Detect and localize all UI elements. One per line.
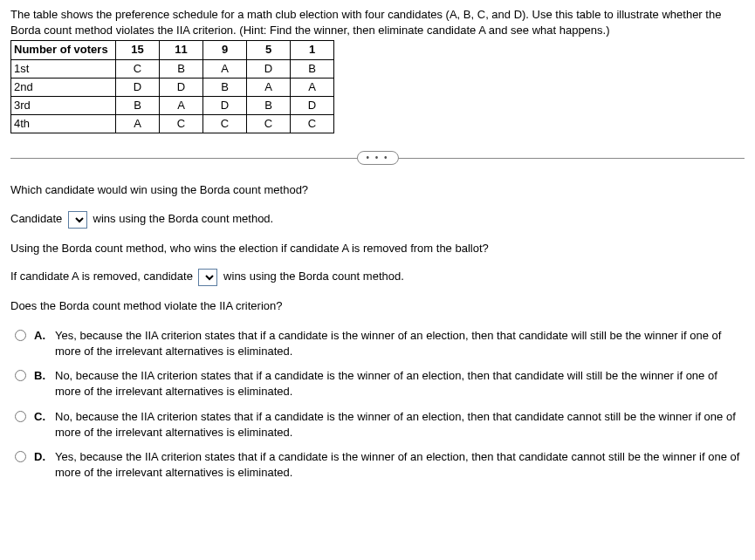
fill-in-1: Candidate wins using the Borda count met… — [10, 211, 745, 229]
question-3: Does the Borda count method violate the … — [10, 298, 745, 314]
fill2-pre: If candidate A is removed, candidate — [10, 270, 193, 283]
candidate-select-1[interactable] — [68, 211, 87, 229]
option-letter: D. — [34, 449, 50, 465]
option-text: No, because the IIA criterion states tha… — [55, 409, 745, 440]
option-letter: A. — [34, 328, 50, 344]
voter-count: 5 — [247, 41, 291, 59]
pref-cell: D — [291, 96, 334, 114]
pref-cell: A — [160, 96, 203, 114]
option-c: C. No, because the IIA criterion states … — [10, 409, 745, 440]
rank-label: 1st — [11, 59, 116, 78]
fill1-post: wins using the Borda count method. — [93, 212, 274, 225]
pref-cell: C — [203, 115, 247, 133]
radio-a[interactable] — [15, 330, 26, 341]
pref-cell: B — [247, 96, 291, 114]
pref-cell: B — [291, 59, 334, 78]
pref-cell: C — [160, 115, 203, 133]
pref-cell: A — [247, 78, 291, 96]
option-text: No, because the IIA criterion states tha… — [55, 368, 745, 400]
pref-cell: C — [291, 115, 334, 133]
rank-label: 4th — [11, 115, 116, 133]
option-text: Yes, because the IIA criterion states th… — [55, 449, 745, 481]
question-intro: The table shows the preference schedule … — [10, 7, 745, 38]
option-d: D. Yes, because the IIA criterion states… — [10, 449, 745, 481]
option-text: Yes, because the IIA criterion states th… — [55, 328, 745, 359]
radio-b[interactable] — [15, 370, 26, 381]
fill2-post: wins using the Borda count method. — [223, 270, 404, 283]
option-b: B. No, because the IIA criterion states … — [10, 368, 745, 400]
rank-label: 3rd — [11, 96, 116, 114]
radio-d[interactable] — [15, 451, 26, 462]
fill-in-2: If candidate A is removed, candidate win… — [10, 269, 745, 286]
pref-cell: D — [116, 78, 160, 96]
voter-count: 11 — [160, 41, 203, 59]
voter-count: 9 — [203, 41, 247, 59]
pref-cell: A — [291, 78, 334, 96]
pref-cell: B — [116, 96, 160, 114]
pref-cell: C — [247, 115, 291, 133]
question-1: Which candidate would win using the Bord… — [10, 182, 745, 198]
option-letter: C. — [34, 409, 50, 425]
voter-count: 15 — [116, 41, 160, 59]
fill1-pre: Candidate — [10, 212, 62, 225]
pref-cell: A — [116, 115, 160, 133]
rank-label: 2nd — [11, 78, 116, 96]
mc-options: A. Yes, because the IIA criterion states… — [10, 328, 745, 481]
pref-cell: B — [160, 59, 203, 78]
pref-cell: B — [203, 78, 247, 96]
option-letter: B. — [34, 368, 50, 384]
table-header-label: Number of voters — [11, 41, 116, 59]
section-divider: • • • — [10, 149, 745, 167]
option-a: A. Yes, because the IIA criterion states… — [10, 328, 745, 359]
radio-c[interactable] — [15, 411, 26, 422]
pref-cell: A — [203, 59, 247, 78]
voter-count: 1 — [291, 41, 334, 59]
expand-pill[interactable]: • • • — [356, 151, 398, 165]
pref-cell: D — [203, 96, 247, 114]
preference-table: Number of voters 15 11 9 5 1 1st C B A D… — [10, 40, 334, 133]
question-2: Using the Borda count method, who wins t… — [10, 241, 745, 256]
pref-cell: D — [160, 78, 203, 96]
pref-cell: D — [247, 59, 291, 78]
candidate-select-2[interactable] — [198, 269, 217, 286]
pref-cell: C — [116, 59, 160, 78]
